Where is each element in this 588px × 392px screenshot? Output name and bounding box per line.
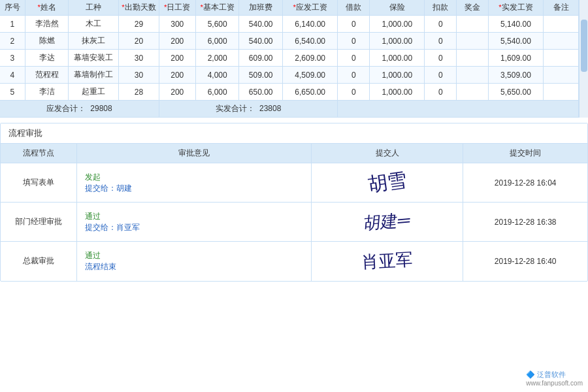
wf-signature-cell: 胡雪 <box>311 163 463 203</box>
wf-header-node: 流程节点 <box>1 144 76 163</box>
scrollbar-thumb[interactable] <box>581 20 587 72</box>
table-cell: 29 <box>119 16 159 33</box>
table-cell: 540.00 <box>239 33 283 50</box>
table-cell: 5,600 <box>195 16 239 33</box>
table-cell: 200 <box>159 33 195 50</box>
table-cell: 1,000.00 <box>370 67 425 84</box>
table-cell: 抹灰工 <box>69 33 119 50</box>
table-cell: 5,650.00 <box>488 84 543 101</box>
table-scrollbar[interactable] <box>579 0 588 118</box>
header-name: *姓名 <box>25 0 69 16</box>
table-cell: 0 <box>425 50 457 67</box>
table-cell: 0 <box>425 33 457 50</box>
table-row: 2陈燃抹灰工202006,000540.006,540.0001,000.000… <box>0 33 579 50</box>
table-cell: 30 <box>119 67 159 84</box>
salary-table-container: 序号 *姓名 工种 *出勤天数 *日工资 *基本工资 加班费 *应发工资 借款 … <box>0 0 588 118</box>
table-cell: 5 <box>0 84 25 101</box>
table-cell <box>457 67 489 84</box>
salary-table-main: 序号 *姓名 工种 *出勤天数 *日工资 *基本工资 加班费 *应发工资 借款 … <box>0 0 579 118</box>
brand-name: 🔷 泛普软件 <box>526 370 583 380</box>
table-cell: 1,000.00 <box>370 50 425 67</box>
table-cell: 0 <box>338 67 370 84</box>
table-cell <box>457 50 489 67</box>
table-cell: 陈燃 <box>25 33 69 50</box>
table-cell: 609.00 <box>239 50 283 67</box>
table-cell <box>457 84 489 101</box>
table-cell: 30 <box>119 50 159 67</box>
table-cell: 1,000.00 <box>370 16 425 33</box>
header-base: *基本工资 <box>195 0 239 16</box>
signature: 肖亚军 <box>361 248 414 274</box>
table-cell: 200 <box>159 67 195 84</box>
table-cell: 李达 <box>25 50 69 67</box>
table-cell: 2,000 <box>195 50 239 67</box>
table-cell: 20 <box>119 33 159 50</box>
header-note: 备注 <box>544 0 579 16</box>
workflow-row: 部门经理审批通过提交给：肖亚军胡建═2019-12-28 16:38 <box>1 203 587 242</box>
header-loan: 借款 <box>338 0 370 16</box>
table-cell: 200 <box>159 84 195 101</box>
header-daily: *日工资 <box>159 0 195 16</box>
workflow-table: 流程节点 审批意见 提交人 提交时间 填写表单发起提交给：胡建胡雪2019-12… <box>1 144 587 281</box>
table-cell <box>544 16 579 33</box>
wf-header-submitter: 提交人 <box>311 144 463 163</box>
table-cell: 起重工 <box>69 84 119 101</box>
wf-signature-cell: 胡建═ <box>311 203 463 242</box>
table-cell: 0 <box>425 16 457 33</box>
table-cell <box>544 67 579 84</box>
wf-time-cell: 2019-12-28 16:04 <box>463 163 587 203</box>
table-cell: 1,000.00 <box>370 33 425 50</box>
wf-node-cell: 总裁审批 <box>1 242 76 281</box>
table-cell: 4 <box>0 67 25 84</box>
brand-watermark: 🔷 泛普软件 www.fanpusoft.com <box>526 370 583 387</box>
signature: 胡建═ <box>363 208 411 236</box>
header-actual: *实发工资 <box>488 0 543 16</box>
table-cell: 4,509.00 <box>282 67 337 84</box>
header-deduct: 扣款 <box>425 0 457 16</box>
table-cell: 0 <box>338 16 370 33</box>
wf-opinion-cell: 通过提交给：肖亚军 <box>76 203 311 242</box>
table-cell: 6,000 <box>195 33 239 50</box>
table-cell: 木工 <box>69 16 119 33</box>
brand-url: www.fanpusoft.com <box>526 380 583 387</box>
wf-node-cell: 填写表单 <box>1 163 76 203</box>
workflow-row: 填写表单发起提交给：胡建胡雪2019-12-28 16:04 <box>1 163 587 203</box>
table-cell <box>457 33 489 50</box>
table-cell: 6,000 <box>195 84 239 101</box>
table-cell: 2,609.00 <box>282 50 337 67</box>
header-bonus: 奖金 <box>457 0 489 16</box>
wf-opinion-cell: 发起提交给：胡建 <box>76 163 311 203</box>
workflow-header-row: 流程节点 审批意见 提交人 提交时间 <box>1 144 587 163</box>
table-cell: 300 <box>159 16 195 33</box>
table-cell: 5,540.00 <box>488 33 543 50</box>
table-cell: 幕墙制作工 <box>69 67 119 84</box>
table-cell: 2 <box>0 33 25 50</box>
table-cell: 0 <box>425 84 457 101</box>
summary-actual-label: 实发合计： 23808 <box>159 101 338 118</box>
summary-empty <box>338 101 579 118</box>
wf-header-time: 提交时间 <box>463 144 587 163</box>
header-due: *应发工资 <box>282 0 337 16</box>
table-cell: 4,000 <box>195 67 239 84</box>
workflow-section: 流程审批 流程节点 审批意见 提交人 提交时间 填写表单发起提交给：胡建胡雪20… <box>0 123 588 282</box>
table-cell: 6,650.00 <box>282 84 337 101</box>
table-cell <box>544 84 579 101</box>
table-row: 1李浩然木工293005,600540.006,140.0001,000.000… <box>0 16 579 33</box>
table-cell: 0 <box>338 84 370 101</box>
table-cell: 3,509.00 <box>488 67 543 84</box>
table-header-row: 序号 *姓名 工种 *出勤天数 *日工资 *基本工资 加班费 *应发工资 借款 … <box>0 0 579 16</box>
header-type: 工种 <box>69 0 119 16</box>
table-cell: 范程程 <box>25 67 69 84</box>
signature: 胡雪 <box>366 167 408 199</box>
table-row: 3李达幕墙安装工302002,000609.002,609.0001,000.0… <box>0 50 579 67</box>
header-insurance: 保险 <box>370 0 425 16</box>
table-cell: 509.00 <box>239 67 283 84</box>
header-overtime: 加班费 <box>239 0 283 16</box>
table-cell: 1,609.00 <box>488 50 543 67</box>
table-cell: 李洁 <box>25 84 69 101</box>
table-cell: 幕墙安装工 <box>69 50 119 67</box>
table-cell: 650.00 <box>239 84 283 101</box>
salary-table: 序号 *姓名 工种 *出勤天数 *日工资 *基本工资 加班费 *应发工资 借款 … <box>0 0 579 118</box>
table-cell: 6,140.00 <box>282 16 337 33</box>
table-cell: 0 <box>338 33 370 50</box>
